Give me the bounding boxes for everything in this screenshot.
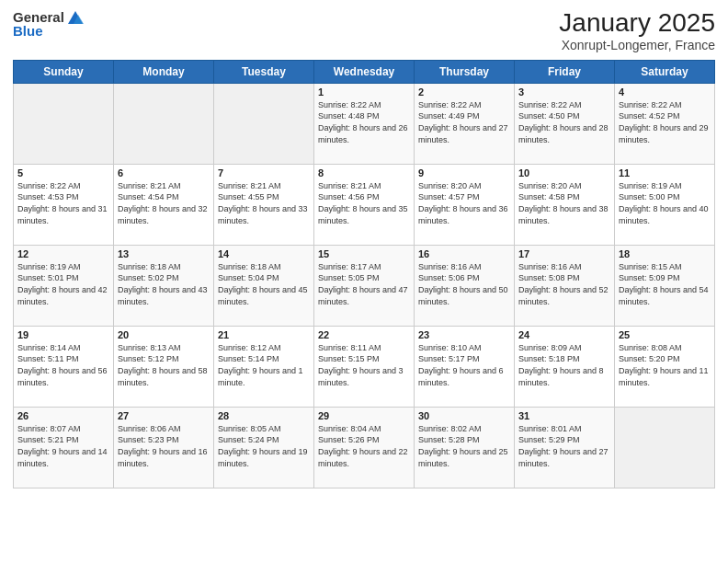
cell-w4-d5: 23Sunrise: 8:10 AM Sunset: 5:17 PM Dayli… (415, 326, 515, 407)
calendar-header-row: Sunday Monday Tuesday Wednesday Thursday… (14, 60, 715, 83)
day-number: 15 (318, 248, 410, 259)
day-info: Sunrise: 8:22 AM Sunset: 4:52 PM Dayligh… (619, 99, 711, 145)
logo-text-blue: Blue (13, 24, 43, 40)
day-info: Sunrise: 8:04 AM Sunset: 5:26 PM Dayligh… (318, 423, 410, 469)
day-number: 25 (619, 329, 711, 340)
day-info: Sunrise: 8:17 AM Sunset: 5:05 PM Dayligh… (318, 261, 410, 307)
cell-w4-d6: 24Sunrise: 8:09 AM Sunset: 5:18 PM Dayli… (515, 326, 615, 407)
cell-w2-d6: 10Sunrise: 8:20 AM Sunset: 4:58 PM Dayli… (515, 164, 615, 245)
cell-w2-d3: 7Sunrise: 8:21 AM Sunset: 4:55 PM Daylig… (214, 164, 314, 245)
day-info: Sunrise: 8:07 AM Sunset: 5:21 PM Dayligh… (17, 423, 109, 469)
day-number: 22 (318, 329, 410, 340)
cell-w4-d4: 22Sunrise: 8:11 AM Sunset: 5:15 PM Dayli… (314, 326, 415, 407)
cell-w1-d7: 4Sunrise: 8:22 AM Sunset: 4:52 PM Daylig… (615, 83, 715, 164)
cell-w2-d4: 8Sunrise: 8:21 AM Sunset: 4:56 PM Daylig… (314, 164, 415, 245)
page-header: General Blue January 2025 Xonrupt-Longem… (13, 9, 715, 52)
day-number: 7 (218, 167, 310, 178)
cell-w5-d1: 26Sunrise: 8:07 AM Sunset: 5:21 PM Dayli… (14, 407, 114, 488)
col-thursday: Thursday (415, 60, 515, 83)
cell-w5-d5: 30Sunrise: 8:02 AM Sunset: 5:28 PM Dayli… (415, 407, 515, 488)
day-info: Sunrise: 8:01 AM Sunset: 5:29 PM Dayligh… (518, 423, 610, 469)
cell-w1-d6: 3Sunrise: 8:22 AM Sunset: 4:50 PM Daylig… (515, 83, 615, 164)
day-info: Sunrise: 8:22 AM Sunset: 4:53 PM Dayligh… (17, 180, 109, 226)
day-number: 2 (418, 86, 510, 98)
day-number: 3 (518, 86, 610, 98)
day-info: Sunrise: 8:19 AM Sunset: 5:01 PM Dayligh… (17, 261, 109, 307)
day-info: Sunrise: 8:16 AM Sunset: 5:08 PM Dayligh… (518, 261, 610, 307)
cell-w1-d1 (14, 83, 114, 164)
day-number: 27 (118, 410, 210, 421)
day-info: Sunrise: 8:22 AM Sunset: 4:48 PM Dayligh… (318, 99, 410, 145)
day-number: 23 (418, 329, 510, 340)
day-info: Sunrise: 8:20 AM Sunset: 4:58 PM Dayligh… (518, 180, 610, 226)
day-number: 18 (619, 248, 711, 259)
day-number: 6 (118, 167, 210, 178)
day-number: 4 (619, 86, 711, 98)
day-info: Sunrise: 8:09 AM Sunset: 5:18 PM Dayligh… (518, 342, 610, 388)
calendar-title: January 2025 (559, 9, 715, 38)
cell-w1-d3 (214, 83, 314, 164)
week-row-1: 1Sunrise: 8:22 AM Sunset: 4:48 PM Daylig… (14, 83, 715, 164)
col-monday: Monday (114, 60, 214, 83)
cell-w2-d2: 6Sunrise: 8:21 AM Sunset: 4:54 PM Daylig… (114, 164, 214, 245)
week-row-4: 19Sunrise: 8:14 AM Sunset: 5:11 PM Dayli… (14, 326, 715, 407)
day-number: 19 (17, 329, 109, 340)
logo-icon (66, 9, 85, 26)
day-number: 28 (218, 410, 310, 421)
cell-w1-d5: 2Sunrise: 8:22 AM Sunset: 4:49 PM Daylig… (415, 83, 515, 164)
day-number: 24 (518, 329, 610, 340)
day-info: Sunrise: 8:10 AM Sunset: 5:17 PM Dayligh… (418, 342, 510, 388)
day-number: 14 (218, 248, 310, 259)
col-wednesday: Wednesday (314, 60, 415, 83)
col-friday: Friday (515, 60, 615, 83)
day-number: 8 (318, 167, 410, 178)
day-info: Sunrise: 8:02 AM Sunset: 5:28 PM Dayligh… (418, 423, 510, 469)
cell-w3-d1: 12Sunrise: 8:19 AM Sunset: 5:01 PM Dayli… (14, 245, 114, 326)
day-number: 10 (518, 167, 610, 178)
cell-w3-d7: 18Sunrise: 8:15 AM Sunset: 5:09 PM Dayli… (615, 245, 715, 326)
day-info: Sunrise: 8:18 AM Sunset: 5:04 PM Dayligh… (218, 261, 310, 307)
day-info: Sunrise: 8:15 AM Sunset: 5:09 PM Dayligh… (619, 261, 711, 307)
col-sunday: Sunday (14, 60, 114, 83)
col-tuesday: Tuesday (214, 60, 314, 83)
day-info: Sunrise: 8:21 AM Sunset: 4:56 PM Dayligh… (318, 180, 410, 226)
cell-w1-d4: 1Sunrise: 8:22 AM Sunset: 4:48 PM Daylig… (314, 83, 415, 164)
day-number: 20 (118, 329, 210, 340)
day-info: Sunrise: 8:08 AM Sunset: 5:20 PM Dayligh… (619, 342, 711, 388)
day-info: Sunrise: 8:22 AM Sunset: 4:49 PM Dayligh… (418, 99, 510, 145)
cell-w4-d2: 20Sunrise: 8:13 AM Sunset: 5:12 PM Dayli… (114, 326, 214, 407)
day-info: Sunrise: 8:21 AM Sunset: 4:54 PM Dayligh… (118, 180, 210, 226)
cell-w5-d2: 27Sunrise: 8:06 AM Sunset: 5:23 PM Dayli… (114, 407, 214, 488)
day-number: 26 (17, 410, 109, 421)
week-row-3: 12Sunrise: 8:19 AM Sunset: 5:01 PM Dayli… (14, 245, 715, 326)
day-info: Sunrise: 8:21 AM Sunset: 4:55 PM Dayligh… (218, 180, 310, 226)
day-number: 12 (17, 248, 109, 259)
day-info: Sunrise: 8:05 AM Sunset: 5:24 PM Dayligh… (218, 423, 310, 469)
day-number: 13 (118, 248, 210, 259)
week-row-2: 5Sunrise: 8:22 AM Sunset: 4:53 PM Daylig… (14, 164, 715, 245)
cell-w2-d5: 9Sunrise: 8:20 AM Sunset: 4:57 PM Daylig… (415, 164, 515, 245)
day-number: 11 (619, 167, 711, 178)
day-number: 31 (518, 410, 610, 421)
day-number: 1 (318, 86, 410, 98)
title-block: January 2025 Xonrupt-Longemer, France (559, 9, 715, 52)
cell-w1-d2 (114, 83, 214, 164)
logo: General Blue (13, 9, 85, 40)
cell-w4-d3: 21Sunrise: 8:12 AM Sunset: 5:14 PM Dayli… (214, 326, 314, 407)
day-number: 29 (318, 410, 410, 421)
week-row-5: 26Sunrise: 8:07 AM Sunset: 5:21 PM Dayli… (14, 407, 715, 488)
cell-w3-d4: 15Sunrise: 8:17 AM Sunset: 5:05 PM Dayli… (314, 245, 415, 326)
day-info: Sunrise: 8:12 AM Sunset: 5:14 PM Dayligh… (218, 342, 310, 388)
cell-w3-d6: 17Sunrise: 8:16 AM Sunset: 5:08 PM Dayli… (515, 245, 615, 326)
calendar-subtitle: Xonrupt-Longemer, France (559, 38, 715, 52)
day-number: 9 (418, 167, 510, 178)
day-info: Sunrise: 8:20 AM Sunset: 4:57 PM Dayligh… (418, 180, 510, 226)
cell-w5-d4: 29Sunrise: 8:04 AM Sunset: 5:26 PM Dayli… (314, 407, 415, 488)
cell-w3-d3: 14Sunrise: 8:18 AM Sunset: 5:04 PM Dayli… (214, 245, 314, 326)
cell-w3-d2: 13Sunrise: 8:18 AM Sunset: 5:02 PM Dayli… (114, 245, 214, 326)
day-number: 5 (17, 167, 109, 178)
cell-w5-d7 (615, 407, 715, 488)
day-number: 17 (518, 248, 610, 259)
cell-w5-d6: 31Sunrise: 8:01 AM Sunset: 5:29 PM Dayli… (515, 407, 615, 488)
col-saturday: Saturday (615, 60, 715, 83)
